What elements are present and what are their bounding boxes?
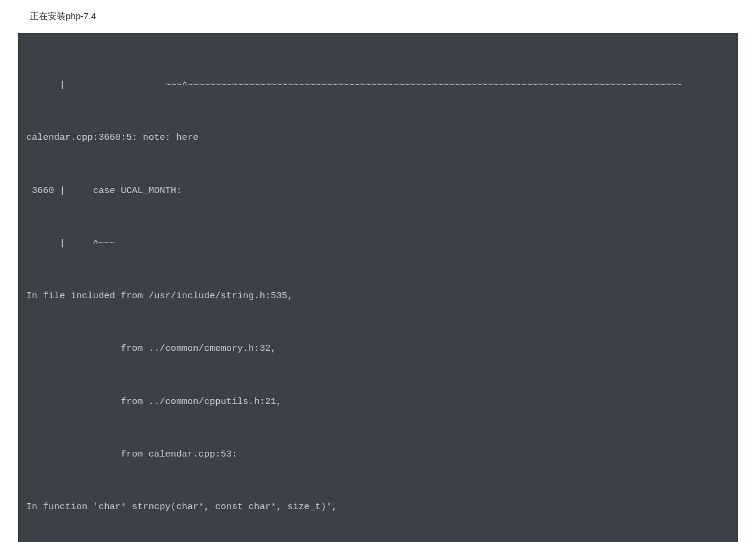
terminal-line: | ^~~~ — [18, 235, 738, 252]
terminal-line: from ../common/cmemory.h:32, — [18, 340, 738, 357]
terminal-line: from ../common/cpputils.h:21, — [18, 393, 738, 411]
terminal-line: | ~~~^~~~~~~~~~~~~~~~~~~~~~~~~~~~~~~~~~~… — [18, 76, 738, 94]
terminal-line: In file included from /usr/include/strin… — [18, 287, 738, 305]
install-title: 正在安装php-7.4 — [30, 11, 96, 21]
terminal-line: In function 'char* strncpy(char*, const … — [18, 498, 738, 516]
install-header: 正在安装php-7.4 — [0, 0, 756, 33]
terminal-output: | ~~~^~~~~~~~~~~~~~~~~~~~~~~~~~~~~~~~~~~… — [18, 33, 738, 542]
terminal-line: calendar.cpp:3660:5: note: here — [18, 129, 738, 146]
terminal-line: from calendar.cpp:53: — [18, 446, 738, 463]
terminal-line: 3660 | case UCAL_MONTH: — [18, 182, 738, 200]
